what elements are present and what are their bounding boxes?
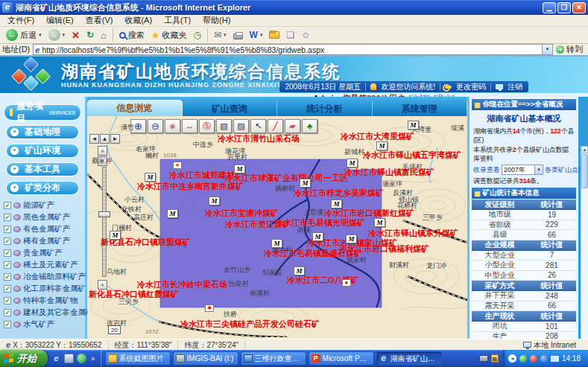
zoom-box-button[interactable]: ▧ [216,119,232,133]
layer-item[interactable]: ✓特种非金属矿物 [0,295,85,307]
edit-button[interactable]: W▾ [247,28,266,43]
badge-tray-icon[interactable]: B [491,354,499,363]
checkbox-checked-icon[interactable]: ✓ [4,261,11,269]
sidebar-group-button[interactable]: ▼矿山环境 [6,144,79,158]
menu-item[interactable]: 文件(F) [1,15,40,26]
point-marker[interactable]: × [173,162,182,169]
quicklaunch-desktop-icon[interactable] [64,354,74,363]
mine-marker[interactable]: M [167,209,178,218]
mine-label[interactable]: 冷水江市渭竹山采石场 [218,135,300,143]
layer-item[interactable]: ✓冶金辅助原料矿产 [0,271,85,283]
pan-box-button[interactable]: ▨ [233,119,249,133]
forward-button[interactable]: →▾ [45,28,69,43]
checkbox-checked-icon[interactable]: ✓ [4,249,11,257]
layer-item[interactable]: ✓水气矿产 [0,319,85,331]
mine-marker[interactable]: M [294,267,305,275]
menu-item[interactable]: 编辑(E) [40,15,80,26]
pan-left-button[interactable]: ◄ [89,134,99,144]
mine-marker[interactable]: M [346,234,357,243]
messenger-button[interactable]: ☺ [298,28,313,43]
quicklaunch-overflow-icon[interactable]: » [89,354,97,363]
tab-3[interactable]: 统计分析 [277,101,373,116]
layer-item[interactable]: ✓建材及其它非金属矿物 [0,307,85,319]
discuss-button[interactable]: ❏ [283,28,297,43]
forward-dropdown-icon[interactable]: ▾ [63,32,66,38]
print-button[interactable] [230,28,246,43]
menu-item[interactable]: 帮助(H) [197,15,236,26]
taskbar-task[interactable]: PMicrosoft PowerP... [309,351,374,366]
mine-marker[interactable]: M [145,173,156,182]
mine-marker[interactable]: M [110,231,121,240]
menu-item[interactable]: 收藏(A) [118,15,158,26]
checkbox-checked-icon[interactable]: ✓ [4,309,11,316]
address-dropdown-icon[interactable]: ▼ [542,45,552,54]
chevron-down-icon[interactable]: ▼ [534,165,543,174]
mine-marker[interactable]: M [234,165,245,173]
mine-marker[interactable]: M [347,159,358,167]
zoom-out-button[interactable]: ⊖ [148,119,163,133]
mine-marker[interactable]: M [376,141,388,150]
maximize-button[interactable]: ❐ [557,2,571,13]
go-button[interactable]: ➜ 转到 [556,44,586,55]
mine-marker[interactable]: M [374,218,385,227]
mine-label[interactable]: 冷水江市铎山镇东升煤矿 [368,229,458,237]
tray-red-icon[interactable] [530,355,537,363]
layer-item[interactable]: ✓稀土及元素矿产 [0,259,85,271]
mine-label[interactable]: 冷水江市铎山镇五宇湾煤矿 [363,151,461,159]
scroll-up-icon[interactable]: ▲ [581,146,588,153]
stop-button[interactable]: ✕ [69,28,83,43]
printer-tray-icon[interactable] [479,355,488,362]
taskbar-task[interactable]: IMGIS-BAI (I:) [173,351,238,366]
zoom-slider-handle[interactable] [98,211,110,217]
tray-blue-icon[interactable] [540,355,548,363]
start-button[interactable]: 开始 [0,350,48,367]
mine-label[interactable]: 冷水江市三尖镇硅产品开发公司硅石矿 [180,320,320,328]
layer-item[interactable]: ✓化工原料非金属矿 [0,283,85,295]
mine-marker[interactable]: M [209,197,220,205]
tab-4[interactable]: 系统管理 [373,101,468,116]
page-scrollbar[interactable]: ▲ ▼ [581,146,588,367]
taskbar-task[interactable]: 系统截图图片 [105,351,171,366]
minimize-button[interactable]: ▁ [543,2,556,13]
history-button[interactable]: ◷ [191,28,204,43]
layer-item[interactable]: ✓能源矿产 [0,200,85,211]
checkbox-checked-icon[interactable]: ✓ [4,202,11,209]
tray-green-icon[interactable] [519,355,527,363]
mail-dropdown-icon[interactable]: ▾ [224,32,227,38]
layer-tree-button[interactable]: ♣ [302,119,317,133]
mine-label[interactable]: 冷水江市梓龙乡吴家煤矿 [294,189,384,197]
checkbox-checked-icon[interactable]: ✓ [4,214,11,221]
refresh-button[interactable]: ↻ [83,28,97,43]
scroll-thumb[interactable] [581,154,588,188]
tray-collapse-icon[interactable]: ◄ [508,354,516,363]
mine-label[interactable]: 冷水江市岩口镇新红煤矿 [324,209,414,217]
layer-item[interactable]: ✓贵金属矿产 [0,247,85,259]
pan-right-button[interactable]: ► [110,134,120,144]
mine-marker[interactable]: M [331,200,342,208]
sidebar-group-button[interactable]: ▼基础地理 [6,125,79,139]
quicklaunch-media-icon[interactable] [77,354,86,363]
map-canvas[interactable]: ◄ ▲ ► ＋ − ＋ ⊕⊖∗↔Ⓢ▧▨↖╱▰♣ 20 冷水江市渭竹山采石场冷水江… [87,116,467,339]
favorites-button[interactable]: ★ 收藏夹 [148,28,190,43]
change-password-link[interactable]: 更改密码 [456,82,486,92]
zoom-slider-track[interactable] [102,167,107,277]
layer-item[interactable]: ✓稀有金属矿产 [0,235,85,247]
mine-marker[interactable]: M [271,239,282,248]
pan-up-button[interactable]: ▲ [100,134,110,144]
address-input[interactable]: e http://localhost/%e7%9f%bf%e5%b1%b1%e5… [33,44,553,55]
zoom-in-slider-button[interactable]: ＋ [98,146,107,156]
home-button[interactable]: ⌂ [98,28,110,43]
layer-item[interactable]: ✓有色金属矿产 [0,223,85,235]
taskbar-task[interactable]: 三维行政查询图.bmp [241,351,306,366]
checkbox-checked-icon[interactable]: ✓ [4,226,11,233]
mine-label[interactable]: 冷水江市宝塘冲煤矿 [205,209,279,217]
sidebar-group-button[interactable]: ▼基本工具 [6,162,79,176]
mine-marker[interactable]: M [312,232,323,241]
sidebar-group-button[interactable]: ▼矿类分布 [6,181,79,195]
checkbox-checked-icon[interactable]: ✓ [4,285,11,293]
mine-label[interactable]: 冷水江市长冲岭中梁石场 [137,281,227,289]
draw-line-button[interactable]: ╱ [268,119,283,133]
measure-button[interactable]: ↔ [182,119,197,133]
checkbox-checked-icon[interactable]: ✓ [4,237,11,245]
checkbox-checked-icon[interactable]: ✓ [4,273,11,281]
